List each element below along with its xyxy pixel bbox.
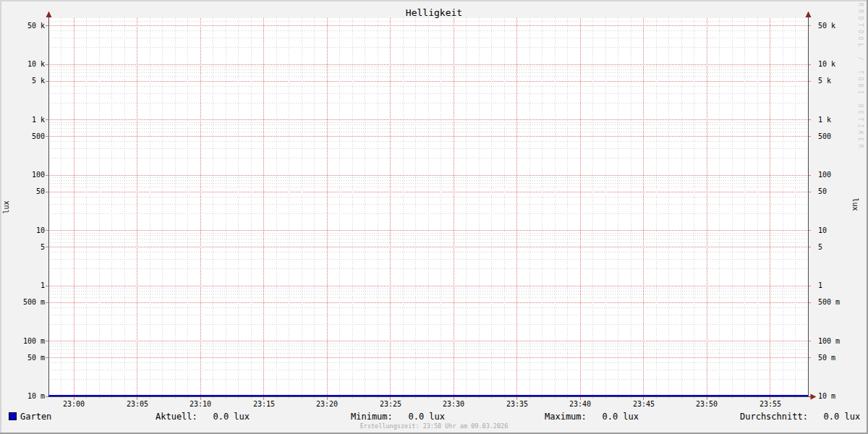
legend-series-label: Garten — [20, 412, 51, 422]
y-axis-label-left: 50 m — [0, 354, 45, 362]
y-axis-label-left: 10 — [0, 226, 45, 235]
x-axis-label: 23:55 — [745, 400, 796, 409]
y-axis-label-left: 100 m — [0, 337, 45, 346]
stat-maximum: Maximum: 0.0 lux — [545, 412, 639, 422]
plot-area — [0, 0, 868, 434]
x-axis-label: 23:30 — [428, 400, 479, 409]
stat-aktuell: Aktuell: 0.0 lux — [156, 412, 250, 422]
y-axis-unit-left: lux — [2, 197, 10, 218]
legend-color-swatch — [9, 412, 17, 420]
y-axis-label-right: 100 m — [818, 337, 868, 346]
x-axis-label: 23:35 — [492, 400, 542, 409]
y-axis-label-right: 500 m — [818, 298, 868, 307]
y-axis-label-left: 50 — [0, 187, 45, 196]
y-axis-label-right: 10 m — [818, 392, 868, 401]
x-axis-label: 23:50 — [681, 400, 732, 409]
chart-title: Helligkeit — [0, 7, 868, 18]
x-axis-label: 23:20 — [302, 400, 352, 409]
stat-durchschnitt: Durchschnitt: 0.0 lux — [740, 412, 860, 422]
y-axis-unit-right: lux — [851, 194, 859, 216]
y-axis-label-right: 5 — [818, 243, 868, 252]
x-axis-label: 23:15 — [239, 400, 289, 409]
y-axis-label-right: 50 m — [818, 354, 868, 362]
rrdtool-watermark: RRDTOOL / TOBI OETIKER — [857, 3, 864, 151]
y-axis-label-left: 500 — [0, 132, 45, 141]
x-axis-label: 23:40 — [555, 400, 605, 409]
y-axis-label-left: 100 — [0, 171, 45, 179]
x-axis-label: 23:25 — [365, 400, 416, 409]
y-axis-label-left: 10 k — [0, 60, 45, 69]
y-axis-label-left: 50 k — [0, 22, 45, 30]
y-axis-label-right: 100 — [818, 171, 868, 179]
y-axis-label-right: 50 — [818, 187, 868, 196]
y-axis-label-left: 10 m — [0, 392, 45, 401]
y-axis-label-left: 1 — [0, 281, 45, 290]
y-axis-label-right: 10 — [818, 226, 868, 235]
stat-minimum: Minimum: 0.0 lux — [351, 412, 445, 422]
rrdtool-graph: Helligkeit lux lux 50 k10 k5 k1 k5001005… — [0, 0, 868, 434]
creation-timestamp: Erstellungszeit: 23:58 Uhr am 09.03.2026 — [0, 422, 868, 430]
border-bevel-top — [0, 0, 868, 1]
y-axis-label-left: 5 k — [0, 77, 45, 85]
y-axis-label-left: 1 k — [0, 116, 45, 124]
y-axis-label-right: 1 — [818, 281, 868, 290]
x-axis-label: 23:45 — [618, 400, 669, 409]
y-axis-label-left: 500 m — [0, 298, 45, 307]
x-axis-label: 23:05 — [112, 400, 163, 409]
y-axis-label-left: 5 — [0, 243, 45, 252]
x-axis-label: 23:10 — [175, 400, 226, 409]
x-axis-label: 23:00 — [48, 400, 99, 409]
border-bevel-left — [0, 0, 1, 434]
